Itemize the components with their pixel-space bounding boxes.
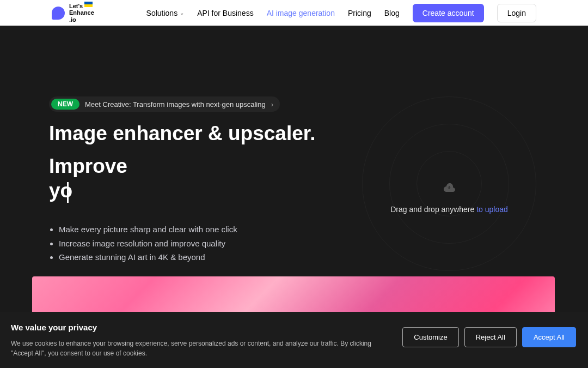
hero-section: NEW Meet Creative: Transform images with… [0, 26, 588, 300]
logo[interactable]: Let's Enhance .io [52, 3, 94, 22]
cookie-text-block: We value your privacy We use cookies to … [11, 323, 391, 358]
announcement-badge[interactable]: NEW Meet Creative: Transform images with… [49, 96, 280, 112]
upload-dropzone[interactable]: Drag and drop anywhere to upload [359, 96, 539, 300]
hero-content: NEW Meet Creative: Transform images with… [49, 96, 338, 300]
text-cursor-icon [67, 182, 69, 203]
ukraine-flag-icon [84, 2, 93, 7]
header-bar: Let's Enhance .io Solutions⌄ API for Bus… [0, 0, 588, 26]
nav-solutions-label: Solutions [146, 9, 178, 17]
hero-title-fixed: Image enhancer & upscaler. [49, 122, 315, 146]
feature-bullet: Generate stunning AI art in 4K & beyond [59, 250, 338, 264]
cookie-title: We value your privacy [11, 323, 391, 332]
hero-feature-list: Make every picture sharp and clear with … [49, 222, 338, 264]
typing-text: Improve yo [49, 155, 127, 201]
feature-bullet: Increase image resolution and improve qu… [59, 237, 338, 251]
cloud-upload-icon [443, 183, 456, 195]
cookie-consent-banner: We value your privacy We use cookies to … [0, 312, 588, 368]
nav-ai-image-generation[interactable]: AI image generation [267, 9, 335, 17]
dropzone-text: Drag and drop anywhere to upload [390, 205, 508, 214]
new-badge: NEW [51, 99, 79, 110]
badge-text: Meet Creative: Transform images with nex… [85, 100, 266, 108]
dropzone-prefix: Drag and drop anywhere [390, 205, 476, 214]
create-account-button[interactable]: Create account [413, 4, 484, 22]
feature-bullet: Make every picture sharp and clear with … [59, 222, 338, 237]
nav-solutions[interactable]: Solutions⌄ [146, 9, 185, 17]
upload-link[interactable]: to upload [476, 205, 508, 214]
cookie-buttons: Customize Reject All Accept All [402, 327, 576, 347]
login-button[interactable]: Login [497, 4, 536, 22]
nav-pricing[interactable]: Pricing [348, 9, 371, 17]
main-nav: Solutions⌄ API for Business AI image gen… [146, 4, 536, 22]
chevron-right-icon: › [271, 100, 273, 108]
cookie-description: We use cookies to enhance your browsing … [11, 339, 391, 358]
nav-api-business[interactable]: API for Business [197, 9, 254, 17]
cookie-accept-button[interactable]: Accept All [522, 327, 576, 347]
nav-blog[interactable]: Blog [384, 9, 400, 17]
hero-title-typing: Improve yo [49, 154, 152, 203]
logo-blob-icon [52, 7, 65, 20]
cookie-customize-button[interactable]: Customize [402, 327, 458, 347]
chevron-down-icon: ⌄ [180, 10, 184, 16]
hero-title: Image enhancer & upscaler. Improve yo [49, 122, 338, 203]
cookie-reject-button[interactable]: Reject All [464, 327, 517, 347]
